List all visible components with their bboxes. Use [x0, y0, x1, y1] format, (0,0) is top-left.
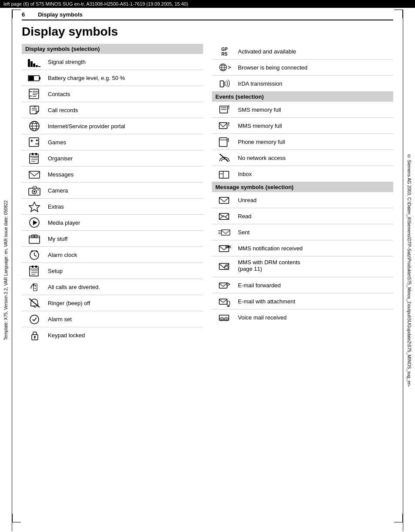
- list-item: Games: [22, 134, 203, 150]
- list-item: Read: [212, 208, 393, 224]
- symbol-inbox-desc: Inbox: [235, 171, 392, 177]
- svg-rect-99: [219, 283, 227, 288]
- symbol-mystuff: [23, 233, 45, 245]
- list-item: Browser is being connected: [212, 60, 393, 76]
- symbol-irda: [214, 77, 235, 90]
- symbol-keypad-desc: Keypad locked: [45, 332, 201, 339]
- symbol-signal: [23, 56, 45, 68]
- list-item: All calls are diverted.: [22, 279, 203, 295]
- svg-rect-7: [29, 76, 34, 80]
- right-sidebar-text: © Siemens AG 2003, C:\Daten_it\Siemens\D…: [407, 150, 412, 390]
- symbol-games-desc: Games: [45, 139, 201, 146]
- svg-rect-94: [221, 230, 230, 235]
- symbol-contacts: [23, 88, 45, 100]
- svg-rect-61: [35, 285, 36, 286]
- symbol-internet-desc: Internet/Service provider portal: [45, 123, 201, 130]
- symbol-battery-desc: Battery charge level, e.g. 50 %: [45, 75, 201, 81]
- svg-rect-41: [37, 190, 39, 190]
- symbol-extras: [23, 200, 45, 213]
- list-item: Signal strength: [22, 54, 203, 70]
- svg-marker-44: [33, 220, 37, 225]
- svg-line-50: [34, 255, 37, 256]
- left-sidebar: Template: X75, Version 2.2, VAR Language…: [0, 10, 12, 531]
- list-item: MK MMS notification received: [212, 240, 393, 256]
- list-item: GP RS Activated and available: [212, 44, 393, 60]
- svg-rect-81: [219, 138, 227, 146]
- list-item: ! Phone memory full: [212, 134, 393, 150]
- list-item: My stuff: [22, 231, 203, 247]
- svg-rect-62: [35, 288, 36, 289]
- symbol-alarmset-desc: Alarm set: [45, 316, 201, 323]
- svg-text:!: !: [228, 137, 229, 143]
- svg-rect-8: [29, 89, 39, 99]
- svg-rect-2: [33, 63, 35, 67]
- list-item: Extras: [22, 199, 203, 215]
- symbol-messages-desc: Messages: [45, 171, 201, 178]
- list-item: Alarm set: [22, 311, 203, 327]
- top-bar: left page (6) of S75 MINOS SUG en-tr, A3…: [0, 0, 415, 8]
- symbol-battery: [23, 72, 45, 84]
- symbol-emailfwd: [214, 279, 235, 291]
- symbol-smsfull-desc: SMS memory full: [235, 106, 392, 113]
- page-header: 6 Display symbols: [22, 11, 393, 20]
- svg-rect-55: [32, 266, 33, 268]
- symbol-ringer-desc: Ringer (beep) off: [45, 300, 201, 306]
- events-header: Events (selection): [212, 92, 393, 102]
- symbol-mediaplayer-desc: Media player: [45, 219, 201, 226]
- symbol-alarmclock: [23, 249, 45, 261]
- symbol-internet: [23, 120, 45, 132]
- symbol-mmsnotif: MK: [214, 242, 235, 254]
- list-item: Call records: [22, 102, 203, 118]
- list-item: Media player: [22, 215, 203, 231]
- two-columns: Display symbols (selection) Signal stren…: [22, 44, 393, 343]
- symbol-nonetwork-desc: No network access: [235, 155, 392, 161]
- symbol-voicemail-desc: Voice mail received: [235, 314, 392, 321]
- svg-rect-74: [220, 81, 224, 87]
- list-item: Keypad locked: [22, 327, 203, 343]
- symbol-sent: [214, 226, 235, 238]
- symbol-alarmclock-desc: Alarm clock: [45, 252, 201, 258]
- svg-rect-24: [29, 138, 39, 146]
- symbol-organiser-desc: Organiser: [45, 155, 201, 162]
- list-item: Messages: [22, 166, 203, 183]
- list-item: Inbox: [212, 166, 393, 182]
- symbol-voicemail: [214, 311, 235, 323]
- list-item: Sent: [212, 224, 393, 240]
- svg-line-89: [219, 214, 224, 217]
- svg-rect-6: [39, 77, 40, 80]
- symbol-mmsdrm: [214, 259, 235, 272]
- symbol-alarmset: [23, 313, 45, 325]
- svg-rect-98: [224, 266, 228, 269]
- svg-rect-101: [227, 301, 230, 305]
- symbol-callrecords: [23, 104, 45, 116]
- symbol-gprs: GP RS: [214, 47, 235, 57]
- symbol-unread: [214, 194, 235, 206]
- symbol-browser: [214, 61, 235, 73]
- list-item: Organiser: [22, 150, 203, 166]
- svg-rect-53: [30, 266, 38, 276]
- main-content: 6 Display symbols Display symbols Displa…: [13, 8, 402, 346]
- svg-point-67: [34, 336, 36, 338]
- symbol-mmsnotif-desc: MMS notification received: [235, 245, 392, 252]
- svg-rect-30: [30, 154, 38, 163]
- svg-rect-87: [219, 197, 229, 203]
- symbol-unread-desc: Unread: [235, 197, 392, 203]
- svg-point-28: [36, 143, 37, 145]
- svg-point-106: [221, 319, 223, 320]
- symbol-irda-desc: IrDA transmission: [235, 80, 392, 87]
- symbol-camera-desc: Camera: [45, 187, 201, 194]
- corner-br: [394, 514, 403, 522]
- svg-rect-3: [36, 65, 38, 67]
- svg-line-90: [225, 214, 229, 217]
- symbol-camera: [23, 184, 45, 196]
- list-item: Battery charge level, e.g. 50 %: [22, 70, 203, 86]
- svg-point-65: [30, 315, 39, 324]
- left-column-header: Display symbols (selection): [22, 44, 203, 54]
- svg-rect-36: [35, 153, 37, 155]
- svg-text:MK: MK: [225, 245, 231, 249]
- list-item: IrDA transmission: [212, 76, 393, 92]
- symbol-callrecords-desc: Call records: [45, 107, 201, 113]
- svg-rect-37: [29, 171, 40, 178]
- svg-rect-0: [28, 59, 30, 67]
- list-item: Contacts: [22, 86, 203, 102]
